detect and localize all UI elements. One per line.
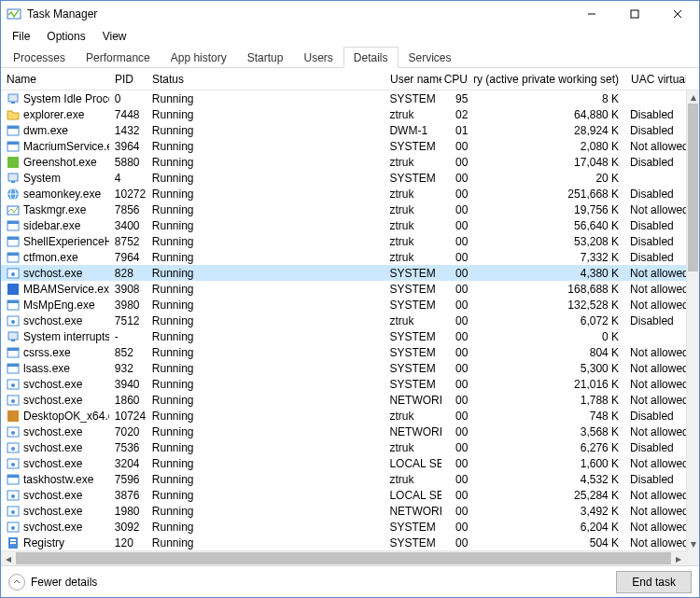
cell-status: Running (147, 124, 385, 137)
cell-status: Running (147, 267, 385, 280)
table-row[interactable]: taskhostw.exe7596Runningztruk004,532 KDi… (1, 471, 686, 487)
tab-processes[interactable]: Processes (3, 47, 76, 68)
table-row[interactable]: svchost.exe3092RunningSYSTEM006,204 KNot… (1, 519, 686, 535)
header-pid[interactable]: PID (109, 68, 147, 90)
menu-view[interactable]: View (95, 28, 134, 45)
header-cpu[interactable]: CPU (442, 68, 474, 90)
cell-pid: - (109, 330, 147, 343)
vertical-scroll-thumb[interactable] (688, 104, 698, 271)
table-row[interactable]: svchost.exe7536Runningztruk006,276 KDisa… (1, 439, 686, 455)
table-row[interactable]: ctfmon.exe7964Runningztruk007,332 KDisab… (1, 249, 686, 265)
cell-memory: 3,492 K (473, 505, 624, 518)
cell-name: svchost.exe (1, 378, 109, 391)
process-icon (7, 188, 20, 201)
cell-pid: 7020 (109, 425, 147, 438)
tab-details[interactable]: Details (343, 47, 399, 68)
table-row[interactable]: csrss.exe852RunningSYSTEM00804 KNot allo… (1, 344, 686, 360)
scroll-down-icon[interactable]: ▾ (687, 537, 699, 550)
cell-uac: Not allowed (624, 489, 686, 502)
process-name: dwm.exe (23, 124, 68, 137)
maximize-button[interactable] (613, 1, 656, 27)
cell-uac: Not allowed (624, 346, 686, 359)
process-icon (7, 330, 20, 343)
cell-status: Running (147, 188, 385, 201)
cell-pid: 3876 (109, 489, 147, 502)
header-user[interactable]: User name (385, 68, 442, 90)
table-row[interactable]: System Idle Process0RunningSYSTEM958 K (1, 90, 686, 106)
table-row[interactable]: explorer.exe7448Runningztruk0264,880 KDi… (1, 106, 686, 122)
table-row[interactable]: svchost.exe1980RunningNETWORK...003,492 … (1, 503, 686, 519)
header-status[interactable]: Status (147, 68, 385, 90)
process-icon (7, 92, 20, 105)
tab-app-history[interactable]: App history (161, 47, 237, 68)
table-row[interactable]: System interrupts-RunningSYSTEM000 K (1, 328, 686, 344)
cell-pid: 4 (109, 172, 147, 185)
vertical-scrollbar[interactable]: ▴ ▾ (686, 90, 699, 550)
table-row[interactable]: svchost.exe7020RunningNETWORK...003,568 … (1, 424, 686, 439)
table-row[interactable]: svchost.exe7512Runningztruk006,072 KDisa… (1, 313, 686, 328)
scrollbar-corner (686, 550, 699, 565)
cell-memory: 1,788 K (473, 394, 624, 407)
rows-container[interactable]: System Idle Process0RunningSYSTEM958 Kex… (1, 90, 686, 550)
cell-cpu: 00 (441, 346, 473, 359)
menu-options[interactable]: Options (39, 28, 92, 45)
cell-name: lsass.exe (1, 362, 109, 375)
header-name[interactable]: Name (1, 68, 109, 90)
scroll-up-icon[interactable]: ▴ (687, 90, 699, 104)
menu-file[interactable]: File (5, 28, 37, 45)
process-icon (7, 457, 20, 470)
table-row[interactable]: dwm.exe1432RunningDWM-10128,924 KDisable… (1, 122, 686, 138)
table-row[interactable]: svchost.exe828RunningSYSTEM004,380 KNot … (1, 265, 686, 281)
table-row[interactable]: svchost.exe3940RunningSYSTEM0021,016 KNo… (1, 376, 686, 392)
tab-performance[interactable]: Performance (76, 47, 161, 68)
cell-name: System interrupts (1, 330, 109, 343)
table-row[interactable]: ShellExperienceHost.exe8752Runningztruk0… (1, 233, 686, 249)
table-row[interactable]: svchost.exe3204RunningLOCAL SE...001,600… (1, 455, 686, 471)
table-row[interactable]: svchost.exe3876RunningLOCAL SE...0025,28… (1, 487, 686, 503)
end-task-button[interactable]: End task (616, 571, 692, 593)
cell-user: NETWORK... (384, 505, 441, 518)
fewer-details-button[interactable]: Fewer details (8, 574, 97, 591)
tab-users[interactable]: Users (293, 47, 343, 68)
cell-status: Running (147, 235, 385, 248)
table-row[interactable]: MacriumService.exe3964RunningSYSTEM002,0… (1, 138, 686, 154)
cell-name: MsMpEng.exe (1, 299, 109, 312)
scroll-right-icon[interactable]: ▸ (671, 551, 686, 565)
horizontal-scroll-thumb[interactable] (16, 552, 671, 564)
table-row[interactable]: System4RunningSYSTEM0020 K (1, 170, 686, 186)
table-row[interactable]: MBAMService.exe3908RunningSYSTEM00168,68… (1, 281, 686, 297)
process-icon (7, 394, 20, 407)
cell-memory: 53,208 K (473, 235, 624, 248)
tab-services[interactable]: Services (399, 47, 462, 68)
cell-cpu: 00 (441, 425, 473, 438)
table-row[interactable]: DesktopOK_x64.exe10724Runningztruk00748 … (1, 408, 686, 424)
table-row[interactable]: seamonkey.exe10272Runningztruk00251,668 … (1, 186, 686, 202)
tab-startup[interactable]: Startup (237, 47, 294, 68)
scroll-left-icon[interactable]: ◂ (1, 551, 16, 565)
header-uac[interactable]: UAC virtualiza▴ (625, 68, 687, 90)
cell-user: SYSTEM (384, 378, 441, 391)
process-name: svchost.exe (23, 441, 82, 454)
process-name: svchost.exe (23, 378, 82, 391)
cell-memory: 6,204 K (473, 521, 624, 534)
table-row[interactable]: Registry120RunningSYSTEM00504 KNot allow… (1, 535, 686, 550)
table-row[interactable]: MsMpEng.exe3980RunningSYSTEM00132,528 KN… (1, 297, 686, 313)
cell-cpu: 00 (441, 156, 473, 169)
titlebar[interactable]: Task Manager (1, 1, 699, 27)
cell-user: SYSTEM (384, 267, 441, 280)
task-manager-icon (7, 7, 21, 21)
process-name: explorer.exe (23, 108, 84, 121)
horizontal-scrollbar[interactable]: ◂ ▸ (1, 550, 686, 565)
table-row[interactable]: svchost.exe1860RunningNETWORK...001,788 … (1, 392, 686, 408)
table-row[interactable]: sidebar.exe3400Runningztruk0056,640 KDis… (1, 217, 686, 233)
close-button[interactable] (656, 1, 699, 27)
header-memory[interactable]: Memory (active private working set) (474, 68, 625, 90)
cell-status: Running (147, 314, 385, 327)
table-row[interactable]: Taskmgr.exe7856Runningztruk0019,756 KNot… (1, 202, 686, 217)
cell-memory: 1,600 K (473, 457, 624, 470)
process-name: DesktopOK_x64.exe (23, 410, 109, 423)
table-row[interactable]: Greenshot.exe5880Runningztruk0017,048 KD… (1, 154, 686, 170)
minimize-button[interactable] (570, 1, 613, 27)
cell-uac: Not allowed (624, 299, 686, 312)
table-row[interactable]: lsass.exe932RunningSYSTEM005,300 KNot al… (1, 360, 686, 376)
